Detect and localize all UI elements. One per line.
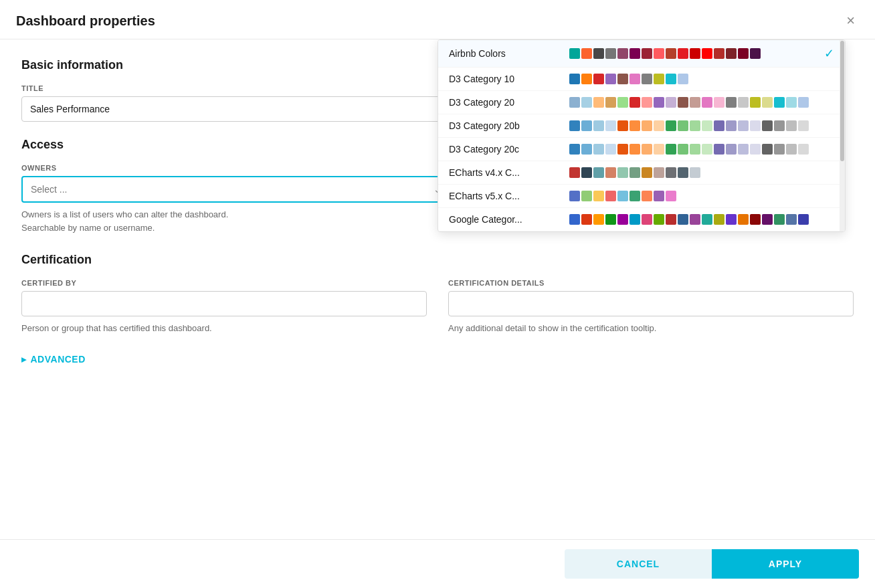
palette-name: ECharts v5.x C... bbox=[449, 191, 569, 201]
palette-name: D3 Category 20c bbox=[449, 144, 569, 155]
color-swatch bbox=[702, 144, 712, 155]
palette-swatches bbox=[569, 97, 834, 108]
color-swatch bbox=[617, 120, 628, 131]
color-swatch bbox=[581, 97, 592, 108]
color-swatch bbox=[678, 97, 688, 108]
color-swatch bbox=[654, 144, 664, 155]
color-swatch bbox=[666, 74, 676, 84]
palette-swatches bbox=[569, 48, 819, 59]
color-swatch bbox=[593, 48, 604, 59]
palette-row[interactable]: ECharts v4.x C... bbox=[438, 161, 845, 185]
color-swatch bbox=[738, 144, 749, 155]
color-swatch bbox=[569, 74, 580, 84]
color-swatch bbox=[690, 144, 700, 155]
color-swatch bbox=[786, 120, 797, 131]
color-swatch bbox=[642, 120, 652, 131]
color-swatch bbox=[750, 214, 761, 225]
certified-by-help: Person or group that has certified this … bbox=[21, 322, 427, 335]
advanced-button[interactable]: ▸ ADVANCED bbox=[21, 354, 86, 365]
color-swatch bbox=[605, 120, 616, 131]
apply-button[interactable]: APPLY bbox=[712, 549, 859, 579]
color-swatch bbox=[678, 120, 688, 131]
color-swatch bbox=[629, 167, 640, 178]
color-swatch bbox=[593, 191, 604, 201]
color-swatch bbox=[581, 167, 592, 178]
palette-row[interactable]: Airbnb Colors✓ bbox=[438, 40, 845, 68]
close-button[interactable]: × bbox=[842, 12, 859, 29]
cancel-button[interactable]: CANCEL bbox=[565, 549, 712, 579]
dialog: Dashboard properties × Basic information… bbox=[0, 0, 875, 588]
cert-details-col: CERTIFICATION DETAILS Any additional det… bbox=[448, 279, 854, 335]
color-swatch bbox=[714, 97, 724, 108]
color-swatch bbox=[617, 191, 628, 201]
color-swatch bbox=[726, 48, 737, 59]
color-swatch bbox=[666, 48, 676, 59]
owners-select[interactable] bbox=[21, 176, 450, 203]
color-swatch bbox=[617, 214, 628, 225]
chevron-right-icon: ▸ bbox=[21, 354, 27, 365]
color-swatch bbox=[605, 97, 616, 108]
palette-row[interactable]: Google Categor... bbox=[438, 208, 845, 231]
color-swatch bbox=[726, 120, 737, 131]
color-swatch bbox=[774, 120, 785, 131]
color-swatch bbox=[762, 144, 773, 155]
palette-swatches bbox=[569, 144, 834, 155]
color-swatch bbox=[798, 144, 809, 155]
dialog-footer: CANCEL APPLY bbox=[0, 539, 875, 588]
palette-row[interactable]: D3 Category 20 bbox=[438, 91, 845, 114]
color-swatch bbox=[702, 214, 712, 225]
palette-row[interactable]: ECharts v5.x C... bbox=[438, 185, 845, 208]
color-swatch bbox=[798, 214, 809, 225]
color-swatch bbox=[569, 167, 580, 178]
palette-name: D3 Category 10 bbox=[449, 74, 569, 84]
color-swatch bbox=[690, 167, 700, 178]
color-swatch bbox=[581, 214, 592, 225]
certified-by-label: CERTIFIED BY bbox=[21, 279, 427, 287]
color-swatch bbox=[569, 97, 580, 108]
color-swatch bbox=[581, 48, 592, 59]
color-swatch bbox=[642, 74, 652, 84]
advanced-section: ▸ ADVANCED bbox=[21, 354, 854, 365]
color-swatch bbox=[702, 48, 712, 59]
color-swatch bbox=[666, 191, 676, 201]
palette-name: ECharts v4.x C... bbox=[449, 167, 569, 178]
color-swatch bbox=[642, 48, 652, 59]
color-swatch bbox=[629, 214, 640, 225]
palette-dropdown: Airbnb Colors✓D3 Category 10D3 Category … bbox=[438, 39, 846, 232]
title-input[interactable] bbox=[21, 96, 450, 122]
color-swatch bbox=[617, 144, 628, 155]
color-swatch bbox=[702, 120, 712, 131]
color-swatch bbox=[786, 214, 797, 225]
cert-details-input[interactable] bbox=[448, 291, 854, 316]
color-swatch bbox=[690, 120, 700, 131]
palette-swatches bbox=[569, 120, 834, 131]
color-swatch bbox=[642, 97, 652, 108]
color-swatch bbox=[666, 97, 676, 108]
color-swatch bbox=[654, 214, 664, 225]
certified-by-input[interactable] bbox=[21, 291, 427, 316]
color-swatch bbox=[654, 167, 664, 178]
palette-row[interactable]: D3 Category 10 bbox=[438, 68, 845, 91]
advanced-label: ADVANCED bbox=[31, 354, 86, 365]
palette-row[interactable]: D3 Category 20c bbox=[438, 138, 845, 161]
color-swatch bbox=[786, 97, 797, 108]
color-swatch bbox=[654, 120, 664, 131]
color-swatch bbox=[726, 97, 737, 108]
color-swatch bbox=[738, 48, 749, 59]
color-swatch bbox=[798, 97, 809, 108]
color-swatch bbox=[654, 97, 664, 108]
scrollbar[interactable] bbox=[840, 40, 845, 231]
palette-row[interactable]: D3 Category 20b bbox=[438, 114, 845, 138]
certification-title: Certification bbox=[21, 253, 854, 267]
color-swatch bbox=[690, 48, 700, 59]
color-swatch bbox=[750, 144, 761, 155]
color-swatch bbox=[593, 97, 604, 108]
color-swatch bbox=[654, 74, 664, 84]
color-swatch bbox=[593, 167, 604, 178]
color-swatch bbox=[750, 97, 761, 108]
owners-select-wrapper: ⌄ bbox=[21, 176, 450, 203]
color-swatch bbox=[786, 144, 797, 155]
palette-name: D3 Category 20b bbox=[449, 120, 569, 131]
color-swatch bbox=[666, 120, 676, 131]
color-swatch bbox=[617, 167, 628, 178]
